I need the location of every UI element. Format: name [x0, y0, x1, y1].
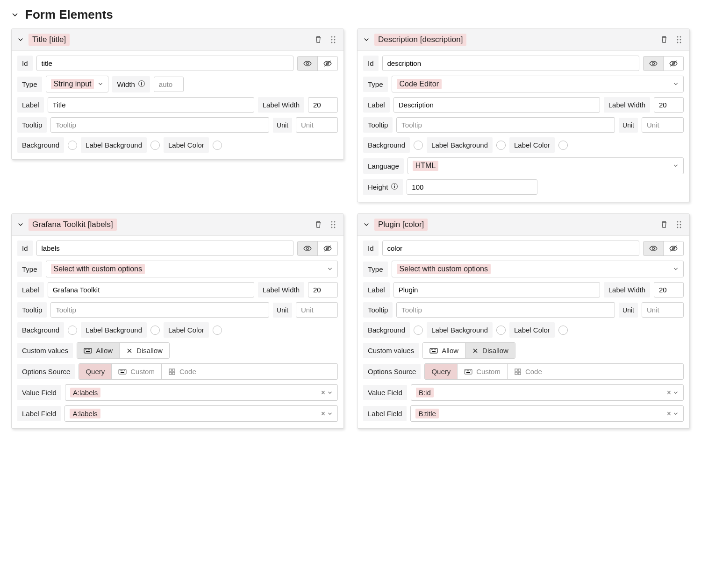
value-field-select[interactable]: A:labels ×	[65, 384, 338, 401]
label-field-value: B:title	[415, 409, 439, 418]
label-color-picker[interactable]	[213, 141, 222, 150]
id-input[interactable]	[382, 56, 639, 71]
chevron-down-icon	[673, 162, 679, 170]
collapse-icon[interactable]	[11, 12, 19, 18]
visible-button[interactable]	[644, 57, 664, 71]
background-picker[interactable]	[414, 141, 423, 150]
disallow-button[interactable]: Disallow	[465, 343, 515, 358]
chevron-down-icon[interactable]	[17, 222, 24, 227]
drag-handle[interactable]	[674, 34, 684, 46]
clear-icon[interactable]: ×	[665, 410, 673, 418]
card-title: Description [description]	[374, 34, 466, 46]
visible-button[interactable]	[298, 57, 318, 71]
label-color-label: Label Color	[509, 137, 555, 153]
unit-label: Unit	[273, 303, 292, 318]
background-picker[interactable]	[68, 141, 77, 150]
tooltip-input[interactable]	[50, 117, 269, 133]
label-color-picker[interactable]	[558, 326, 568, 335]
label-field-select[interactable]: B:title ×	[410, 405, 684, 422]
form-element-card-description: Description [description] Id Type Code E…	[357, 28, 690, 202]
id-input[interactable]	[36, 241, 293, 256]
label-width-input[interactable]	[308, 282, 338, 298]
type-select[interactable]: Select with custom options	[46, 261, 338, 277]
type-value: String input	[51, 79, 94, 89]
query-button[interactable]: Query	[425, 364, 458, 379]
language-label: Language	[363, 158, 404, 174]
background-picker[interactable]	[68, 326, 77, 335]
label-input[interactable]	[48, 282, 254, 298]
label-width-input[interactable]	[308, 97, 338, 113]
tooltip-input[interactable]	[50, 302, 269, 318]
type-select[interactable]: String input	[46, 76, 109, 92]
clear-icon[interactable]: ×	[319, 389, 327, 397]
height-input[interactable]	[407, 179, 537, 195]
id-label: Id	[363, 241, 379, 256]
unit-input[interactable]	[642, 302, 684, 318]
label-background-picker[interactable]	[150, 326, 160, 335]
clear-icon[interactable]: ×	[319, 410, 327, 418]
label-field-select[interactable]: A:labels ×	[64, 405, 338, 422]
type-select[interactable]: Code Editor	[392, 76, 684, 92]
query-button[interactable]: Query	[79, 364, 112, 379]
type-select[interactable]: Select with custom options	[392, 261, 684, 277]
label-background-picker[interactable]	[150, 141, 160, 150]
tooltip-input[interactable]	[396, 117, 615, 133]
label-color-picker[interactable]	[213, 326, 222, 335]
unit-input[interactable]	[642, 117, 684, 133]
background-label: Background	[363, 322, 410, 338]
code-button[interactable]: Code	[508, 364, 549, 379]
drag-handle[interactable]	[329, 219, 338, 231]
hidden-button[interactable]	[664, 57, 683, 71]
label-input[interactable]	[393, 282, 600, 298]
allow-button[interactable]: Allow	[77, 343, 120, 358]
card-header: Plugin [color]	[358, 214, 689, 236]
language-select[interactable]: HTML	[408, 157, 684, 174]
custom-button[interactable]: Custom	[112, 364, 162, 379]
unit-input[interactable]	[296, 302, 338, 318]
type-label: Type	[17, 262, 42, 277]
tooltip-label: Tooltip	[17, 117, 47, 133]
label-color-picker[interactable]	[558, 141, 568, 150]
chevron-down-icon	[327, 410, 333, 418]
width-input[interactable]	[154, 77, 184, 92]
chevron-down-icon[interactable]	[363, 222, 370, 227]
hidden-button[interactable]	[318, 57, 337, 71]
id-input[interactable]	[382, 241, 639, 256]
id-input[interactable]	[36, 56, 293, 71]
value-field-value: B:id	[416, 388, 434, 397]
type-value: Select with custom options	[51, 264, 145, 274]
label-background-picker[interactable]	[496, 326, 506, 335]
drag-handle[interactable]	[329, 34, 338, 46]
clear-icon[interactable]: ×	[665, 389, 673, 397]
custom-button[interactable]: Custom	[458, 364, 508, 379]
allow-button[interactable]: Allow	[423, 343, 465, 358]
code-button[interactable]: Code	[162, 364, 203, 379]
label-color-label: Label Color	[164, 137, 209, 153]
label-input[interactable]	[393, 97, 600, 113]
disallow-button[interactable]: Disallow	[120, 343, 169, 358]
tooltip-label: Tooltip	[17, 302, 47, 318]
label-width-input[interactable]	[654, 282, 684, 298]
label-width-input[interactable]	[654, 97, 684, 113]
value-field-select[interactable]: B:id ×	[411, 384, 684, 401]
visible-button[interactable]	[298, 241, 318, 255]
background-picker[interactable]	[414, 326, 423, 335]
label-input[interactable]	[48, 97, 254, 113]
chevron-down-icon[interactable]	[17, 37, 24, 43]
drag-handle[interactable]	[674, 219, 684, 231]
unit-input[interactable]	[296, 117, 338, 133]
card-title: Title [title]	[29, 34, 70, 46]
hidden-button[interactable]	[664, 241, 683, 255]
visible-button[interactable]	[644, 241, 664, 255]
hidden-button[interactable]	[318, 241, 337, 255]
type-value: Select with custom options	[397, 264, 491, 274]
delete-button[interactable]	[658, 219, 670, 231]
card-header: Description [description]	[358, 29, 689, 51]
delete-button[interactable]	[658, 34, 670, 46]
label-background-picker[interactable]	[496, 141, 506, 150]
delete-button[interactable]	[313, 219, 324, 231]
delete-button[interactable]	[313, 34, 324, 46]
label-width-label: Label Width	[604, 282, 650, 298]
tooltip-input[interactable]	[396, 302, 615, 318]
chevron-down-icon[interactable]	[363, 37, 370, 43]
